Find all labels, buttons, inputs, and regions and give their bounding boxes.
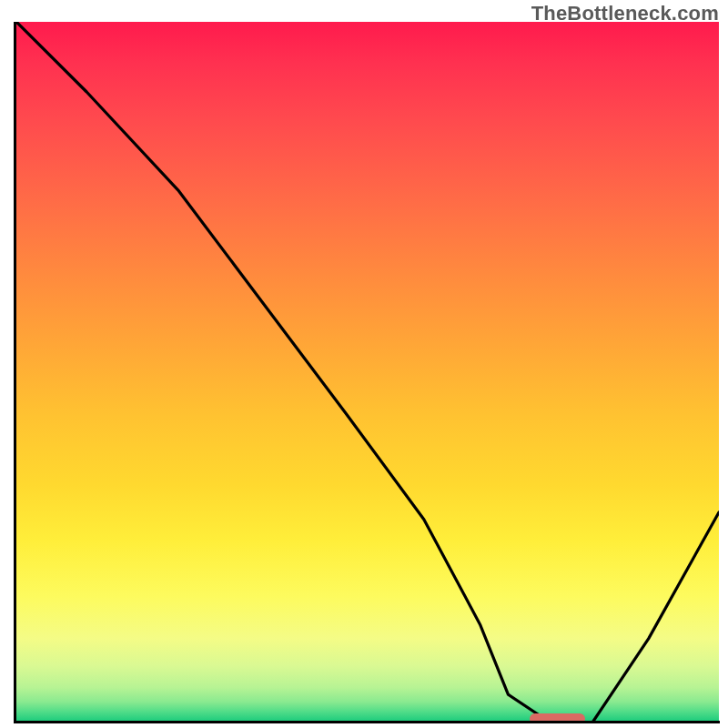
plot-area [16,22,719,723]
x-axis-line [14,721,720,723]
bottleneck-curve [16,22,719,723]
y-axis-line [14,22,16,723]
watermark-label: TheBottleneck.com [531,2,719,25]
chart-container: TheBottleneck.com [0,0,728,728]
